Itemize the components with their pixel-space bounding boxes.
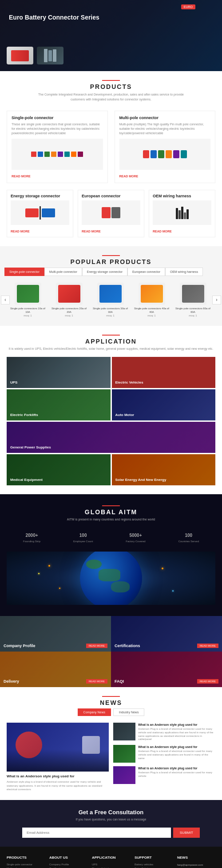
popular-title: POPULAR PRODUCTS bbox=[0, 258, 222, 265]
about-faq-item: FAQI READ MORE bbox=[111, 652, 222, 687]
global-subtitle: AITM is present in many countries and re… bbox=[7, 518, 215, 521]
about-company-item: Company Profile READ MORE bbox=[0, 616, 111, 652]
carousel-item-img-1 bbox=[15, 283, 41, 305]
about-company-btn[interactable]: READ MORE bbox=[86, 644, 107, 648]
app-label-ev: Electric Vehicles bbox=[115, 380, 143, 384]
read-more-energy[interactable]: READ MORE bbox=[11, 230, 30, 233]
carousel-item-qty-4: moq: 1 bbox=[133, 314, 170, 317]
news-item-text-3: Anderson Plug is a brand of electrical c… bbox=[138, 771, 215, 778]
news-main-title: What is an Anderson style plug used for bbox=[7, 774, 109, 779]
consultation-section: Get a Free Consultation If you have ques… bbox=[0, 800, 222, 847]
about-company-label: Company Profile bbox=[4, 644, 36, 648]
pop-tab-european[interactable]: European connector bbox=[127, 268, 165, 276]
carousel-item-1: Single pole connectors 10a of 10A moq: 1 bbox=[9, 283, 47, 317]
global-section: GLOBAL AITM AITM is present in many coun… bbox=[0, 494, 222, 616]
read-more-single[interactable]: READ MORE bbox=[12, 175, 31, 178]
product-card-energy: Energy storage connector READ MORE bbox=[7, 190, 73, 237]
product-card-multi-pole: Multi-pole connector Multi-pole (multipl… bbox=[115, 111, 216, 183]
stat-employee-number: 100 bbox=[73, 530, 93, 539]
about-cert-item: Certifications READ MORE bbox=[111, 616, 222, 652]
footer-about-title: ABOUT US bbox=[49, 856, 87, 860]
product-img-multi bbox=[119, 139, 211, 170]
read-more-oem[interactable]: READ MORE bbox=[153, 230, 172, 233]
product-img-single bbox=[12, 139, 103, 170]
app-label-solar: Solar Energy And New Energy bbox=[115, 478, 166, 482]
application-section: APPLICATION It is widely used in UPS, El… bbox=[0, 326, 222, 494]
app-red-line bbox=[102, 335, 120, 336]
stat-employee-label: Employee Count bbox=[73, 540, 93, 543]
about-cert-btn[interactable]: READ MORE bbox=[197, 644, 218, 648]
footer-support-link-1[interactable]: Battery vehicles bbox=[135, 863, 173, 866]
pop-tab-single[interactable]: Single-pole connector bbox=[4, 268, 44, 276]
carousel-item-name-5: Single pole connectors 60a of 60A bbox=[174, 307, 212, 314]
news-item-content-2: What is an Anderson style plug used for … bbox=[138, 745, 215, 760]
footer-col-application: APPLICATION UPS Electric Vehicles Electr… bbox=[92, 856, 130, 868]
news-tab-company[interactable]: Company News bbox=[78, 708, 111, 716]
read-more-european[interactable]: READ MORE bbox=[82, 230, 101, 233]
news-item-title-1: What is an Anderson style plug used for bbox=[138, 723, 215, 727]
app-label-gps: General Power Supplies bbox=[10, 445, 51, 449]
popular-section: POPULAR PRODUCTS Single-pole connector M… bbox=[0, 246, 222, 326]
news-item-img-1 bbox=[113, 723, 135, 740]
news-item-img-3 bbox=[113, 766, 135, 784]
footer-app-title: APPLICATION bbox=[92, 856, 130, 860]
footer-about-link-1[interactable]: Company Profile bbox=[49, 863, 87, 866]
news-main-text: Anderson style plug is a brand of electr… bbox=[7, 780, 109, 791]
footer-contact-email: fang@apmpower.com bbox=[177, 863, 215, 868]
news-red-line bbox=[102, 696, 120, 697]
carousel-item-name-1: Single pole connectors 10a of 10A bbox=[9, 307, 47, 314]
carousel-item-5: Single pole connectors 60a of 60A moq: 1 bbox=[174, 283, 212, 317]
carousel-item-img-3 bbox=[97, 283, 124, 305]
products-top-grid: Single-pole connector These are single p… bbox=[7, 111, 215, 183]
app-label-ups: UPS bbox=[10, 380, 17, 384]
app-subtitle: It is widely used in UPS, Electric vehic… bbox=[7, 347, 215, 350]
pop-tab-oem[interactable]: OEM wiring harness bbox=[165, 268, 203, 276]
hero-badge: EURO bbox=[181, 4, 195, 9]
stat-countries: 100 Countries Served bbox=[178, 530, 199, 543]
app-item-medical: Medical Equipment bbox=[7, 454, 111, 485]
app-label-auto: Auto Motor bbox=[115, 413, 135, 417]
product-title-energy: Energy storage connector bbox=[11, 194, 69, 198]
products-red-line bbox=[102, 80, 120, 81]
carousel-next[interactable]: › bbox=[212, 296, 221, 304]
carousel-item-2: Single pole connectors 20a of 20A moq: 1 bbox=[50, 283, 88, 317]
consult-email-input[interactable] bbox=[22, 828, 171, 838]
pop-tab-energy[interactable]: Energy storage connector bbox=[82, 268, 127, 276]
footer-app-link-1[interactable]: UPS bbox=[92, 863, 130, 866]
global-earth-visual bbox=[7, 552, 215, 605]
about-delivery-item: Delivery READ MORE bbox=[0, 652, 111, 687]
read-more-multi[interactable]: READ MORE bbox=[119, 175, 139, 178]
carousel-prev[interactable]: ‹ bbox=[1, 296, 10, 304]
news-tab-industry[interactable]: Industry News bbox=[113, 708, 144, 716]
footer-products-link-1[interactable]: Single-pole connector bbox=[7, 863, 45, 866]
about-delivery-btn[interactable]: READ MORE bbox=[86, 679, 107, 684]
news-tabs: Company News Industry News bbox=[7, 708, 215, 716]
stat-countries-label: Countries Served bbox=[178, 540, 199, 543]
stat-countries-number: 100 bbox=[178, 530, 199, 539]
news-title: NEWS bbox=[7, 699, 215, 706]
news-grid: What is an Anderson style plug used for … bbox=[7, 723, 215, 791]
hero-title: Euro Battery Connector Series bbox=[9, 13, 99, 22]
footer-col-products: PRODUCTS Single-pole connector Multi-pol… bbox=[7, 856, 45, 868]
news-main-article: What is an Anderson style plug used for … bbox=[7, 723, 109, 791]
app-item-ev: Electric Vehicles bbox=[112, 357, 216, 388]
app-label-forklifts: Electric Forklifts bbox=[10, 413, 38, 417]
app-item-auto: Auto Motor bbox=[112, 389, 216, 420]
global-stats: 2000+ Founding Strip 100 Employee Count … bbox=[7, 530, 215, 543]
pop-tab-multi[interactable]: Multi-pole connector bbox=[44, 268, 82, 276]
news-item-img-2 bbox=[113, 745, 135, 763]
products-section: PRODUCTS The Complete Integrated Researc… bbox=[0, 71, 222, 246]
consult-title: Get a Free Consultation bbox=[7, 809, 215, 816]
app-grid: UPS Electric Vehicles Electric Forklifts… bbox=[7, 357, 215, 485]
global-title: GLOBAL AITM bbox=[7, 508, 215, 516]
product-img-oem bbox=[153, 200, 211, 225]
carousel-item-name-2: Single pole connectors 20a of 20A bbox=[50, 307, 88, 314]
footer-col-about: ABOUT US Company Profile Certifications … bbox=[49, 856, 87, 868]
about-faq-btn[interactable]: READ MORE bbox=[197, 679, 218, 684]
consult-submit-button[interactable]: SUBMIT bbox=[173, 828, 200, 838]
news-item-title-3: What is an Anderson style plug used for bbox=[138, 766, 215, 770]
app-label-medical: Medical Equipment bbox=[10, 478, 43, 482]
stat-factory-label: Factory Covered bbox=[126, 540, 145, 543]
popular-tabs: Single-pole connector Multi-pole connect… bbox=[0, 268, 222, 276]
footer-col-news: NEWS fang@apmpower.com +86 135 1234 5678… bbox=[177, 856, 215, 868]
